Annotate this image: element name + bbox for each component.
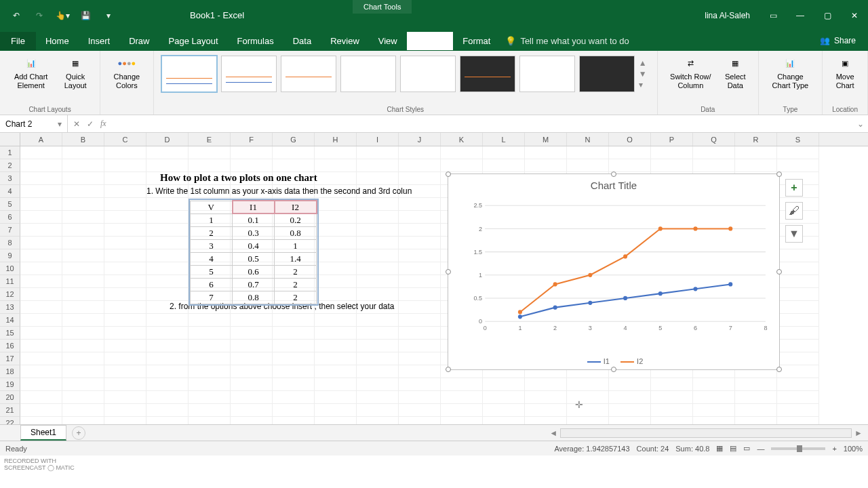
cell[interactable]: [357, 352, 399, 365]
cell[interactable]: [609, 159, 651, 172]
cell[interactable]: [146, 352, 189, 365]
cell[interactable]: [777, 365, 819, 378]
cell[interactable]: [315, 146, 357, 159]
cell[interactable]: [20, 262, 62, 275]
table-cell[interactable]: 1: [191, 214, 233, 226]
cell[interactable]: [777, 391, 819, 404]
plot-area[interactable]: 00.511.522.5012345678: [469, 201, 770, 336]
cell[interactable]: [20, 417, 62, 424]
cell[interactable]: [609, 146, 651, 159]
cell[interactable]: [735, 404, 777, 417]
cell[interactable]: [62, 262, 104, 275]
column-header[interactable]: B: [62, 133, 104, 146]
row-header[interactable]: 10: [0, 262, 20, 275]
cell[interactable]: [20, 275, 62, 288]
row-header[interactable]: 5: [0, 198, 20, 211]
table-cell[interactable]: 0.2: [275, 214, 317, 226]
cell[interactable]: [62, 417, 104, 424]
column-header[interactable]: N: [567, 133, 609, 146]
select-all-corner[interactable]: [0, 133, 20, 146]
cell[interactable]: [231, 146, 273, 159]
name-box[interactable]: Chart 2▾: [0, 115, 68, 132]
cell[interactable]: [567, 391, 609, 404]
cell[interactable]: [357, 404, 399, 417]
maximize-button[interactable]: ▢: [814, 5, 841, 26]
table-cell[interactable]: 0.5: [233, 252, 275, 265]
chart-legend[interactable]: .m1::after{background:#4472c4}I1 I2: [448, 357, 779, 365]
switch-row-column-button[interactable]: ⇄Switch Row/ Column: [663, 54, 718, 91]
cell[interactable]: [189, 146, 231, 159]
cell[interactable]: [567, 404, 609, 417]
cell[interactable]: [62, 301, 104, 314]
formulas-tab[interactable]: Formulas: [228, 32, 283, 50]
row-header[interactable]: 21: [0, 404, 20, 417]
table-cell[interactable]: 0.4: [233, 239, 275, 252]
cell[interactable]: [777, 249, 819, 262]
cell[interactable]: [735, 391, 777, 404]
cell[interactable]: [273, 378, 315, 391]
cell[interactable]: [315, 159, 357, 172]
cell[interactable]: [189, 378, 231, 391]
cell[interactable]: [399, 378, 441, 391]
chart-filters-button[interactable]: ▼: [785, 225, 803, 243]
cell[interactable]: [104, 301, 146, 314]
cell[interactable]: [62, 365, 104, 378]
cell[interactable]: [609, 378, 651, 391]
row-header[interactable]: 12: [0, 288, 20, 301]
table-cell[interactable]: 4: [191, 252, 233, 265]
cell[interactable]: [399, 159, 441, 172]
user-name[interactable]: lina Al-Saleh: [695, 11, 760, 20]
cell[interactable]: [693, 404, 735, 417]
column-header[interactable]: S: [777, 133, 819, 146]
cell[interactable]: [357, 391, 399, 404]
cell[interactable]: [20, 404, 62, 417]
cell[interactable]: [104, 288, 146, 301]
gallery-more[interactable]: ▾: [639, 80, 650, 89]
cell[interactable]: [357, 146, 399, 159]
cell[interactable]: [62, 378, 104, 391]
cell[interactable]: [146, 275, 189, 288]
cell[interactable]: [20, 159, 62, 172]
cell[interactable]: [357, 288, 399, 301]
cell[interactable]: [777, 159, 819, 172]
enter-formula-icon[interactable]: ✓: [87, 119, 94, 129]
cell[interactable]: [62, 340, 104, 352]
chart-title[interactable]: Chart Title: [448, 174, 779, 194]
cell[interactable]: [777, 340, 819, 352]
chart-style-1[interactable]: [161, 56, 217, 92]
cell[interactable]: [62, 224, 104, 237]
column-header[interactable]: H: [315, 133, 357, 146]
cell[interactable]: [315, 404, 357, 417]
worksheet-area[interactable]: ABCDEFGHIJKLMNOPQRS 12345678910111213141…: [0, 133, 868, 424]
cell[interactable]: [777, 352, 819, 365]
table-cell[interactable]: 0.3: [233, 226, 275, 239]
touch-mode-button[interactable]: 👆▾: [53, 6, 72, 25]
cell[interactable]: [567, 146, 609, 159]
cell[interactable]: [20, 211, 62, 224]
row-header[interactable]: 6: [0, 211, 20, 224]
design-tab[interactable]: Design: [407, 32, 453, 50]
column-header[interactable]: I: [357, 133, 399, 146]
view-tab[interactable]: View: [369, 32, 407, 50]
chart-style-5[interactable]: [400, 56, 456, 92]
cell[interactable]: [315, 288, 357, 301]
cell[interactable]: [104, 340, 146, 352]
table-cell[interactable]: 0.8: [275, 226, 317, 239]
cell[interactable]: [273, 314, 315, 327]
cell[interactable]: [315, 198, 357, 211]
format-tab[interactable]: Format: [453, 32, 500, 50]
cell[interactable]: [62, 172, 104, 185]
row-header[interactable]: 8: [0, 237, 20, 249]
expand-formula-bar[interactable]: ⌄: [853, 119, 868, 129]
cell[interactable]: [483, 146, 525, 159]
cell[interactable]: [693, 417, 735, 424]
sheet1-tab[interactable]: Sheet1: [20, 425, 66, 441]
tell-me[interactable]: 💡 Tell me what you want to do: [505, 36, 629, 46]
undo-button[interactable]: ↶: [7, 6, 26, 25]
cell[interactable]: [146, 404, 189, 417]
cell[interactable]: [104, 391, 146, 404]
cell[interactable]: [525, 146, 567, 159]
cell[interactable]: [189, 391, 231, 404]
cell[interactable]: [62, 288, 104, 301]
row-header[interactable]: 4: [0, 185, 20, 198]
